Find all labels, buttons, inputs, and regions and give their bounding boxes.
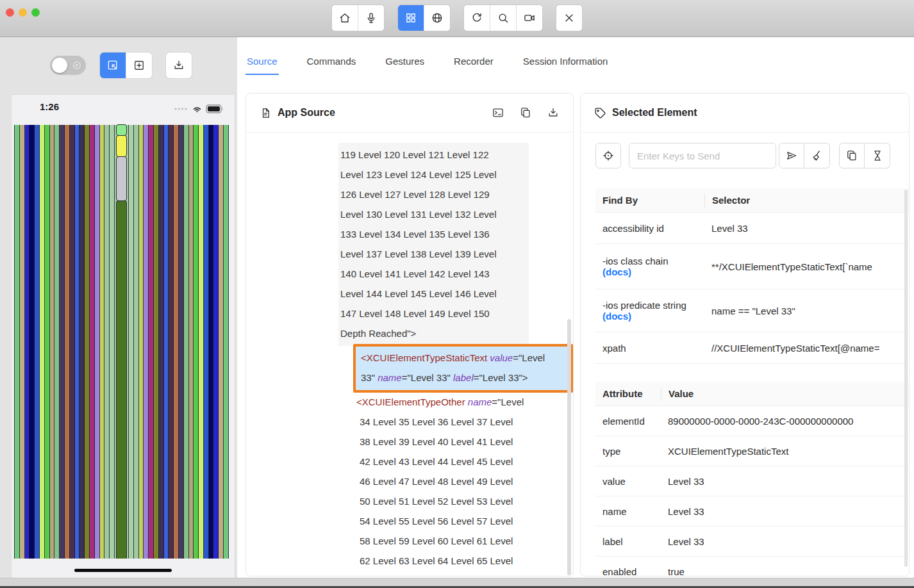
clear-element-button[interactable] (804, 143, 830, 168)
find-by-row: accessibility idLevel 33 (595, 213, 909, 244)
source-parent-node-text[interactable]: 119 Level 120 Level 121 Level 122Level 1… (338, 143, 529, 346)
center-tunnel (115, 125, 129, 559)
level-stripe (29, 125, 35, 559)
attribute-value: 89000000-0000-0000-243C-000000000000 (661, 416, 909, 427)
search-button[interactable] (490, 5, 517, 31)
wifi-icon (192, 103, 203, 114)
source-sibling-node[interactable]: <XCUIElementTypeOther name="Level34 Leve… (356, 392, 524, 571)
terminal-icon[interactable] (492, 106, 504, 119)
app-source-panel: App Source 119 Level 120 Level 121 Level… (245, 93, 574, 576)
microphone-button[interactable] (358, 5, 384, 31)
level-stripe (179, 125, 184, 559)
device-status-icons (174, 103, 224, 114)
wait-for-element-button[interactable] (865, 143, 890, 168)
toolbar-group (398, 5, 450, 31)
selector-column-header: Selector (704, 193, 909, 208)
send-clear-group (779, 143, 830, 168)
refresh-button[interactable] (464, 5, 490, 31)
find-by-strategy: -ios class chain(docs) (595, 256, 704, 277)
level-stripe (50, 125, 55, 559)
device-screenshot[interactable]: 1:26 (12, 95, 235, 578)
attribute-name: type (595, 446, 661, 457)
find-by-table-header: Find By Selector (595, 188, 909, 213)
broom-icon (811, 149, 824, 162)
file-text-icon (260, 107, 272, 119)
home-button[interactable] (332, 5, 358, 31)
source-scrollbar[interactable] (567, 319, 571, 575)
find-by-row: xpath//XCUIElementTypeStaticText[@name= (595, 332, 909, 364)
source-header-actions (492, 106, 560, 119)
attribute-name: enabled (595, 566, 661, 577)
toolbar-group (464, 5, 542, 31)
find-by-table: Find By Selector accessibility idLevel 3… (595, 188, 909, 364)
device-clock: 1:26 (40, 101, 59, 112)
level-stripe (110, 125, 115, 559)
level-stripe (129, 125, 134, 559)
send-keys-input[interactable] (629, 143, 776, 168)
plus-box-icon (133, 59, 145, 72)
tab-source[interactable]: Source (245, 49, 279, 75)
attribute-value: Level 33 (661, 536, 909, 547)
attributes-table-header: Attribute Value (595, 382, 909, 406)
tab-session-information[interactable]: Session Information (522, 49, 610, 75)
send-icon (785, 149, 798, 162)
selector-value: **/XCUIElementTypeStaticText[`name (704, 261, 909, 272)
cellular-dots-icon (174, 107, 188, 111)
quit-session-button[interactable] (556, 5, 582, 31)
level-stripe (90, 125, 95, 559)
locate-element-button[interactable] (595, 143, 621, 168)
level-stripe (79, 125, 85, 559)
download-icon[interactable] (547, 106, 560, 119)
selector-value: Level 33 (704, 223, 909, 234)
tab-recorder[interactable]: Recorder (453, 49, 495, 75)
download-icon (172, 59, 185, 72)
find-by-strategy: xpath (595, 343, 704, 354)
send-keys-button[interactable] (779, 143, 804, 168)
interaction-mode-group (100, 53, 152, 78)
selected-panel-scrollbar[interactable] (904, 190, 908, 567)
copy-icon (845, 149, 858, 162)
inspector-tabs: SourceCommandsGesturesRecorderSession In… (245, 49, 609, 75)
tunnel-segment (116, 156, 127, 201)
record-button[interactable] (517, 5, 542, 31)
level-stripe (54, 125, 60, 559)
coordinates-mode-button[interactable] (126, 53, 152, 78)
level-stripe (169, 125, 174, 559)
level-stripe (70, 125, 75, 559)
x-circle-icon (72, 60, 82, 70)
web-mode-button[interactable] (424, 5, 450, 31)
element-select-mode-button[interactable] (100, 53, 126, 78)
attribute-row: enabledtrue (595, 557, 909, 576)
titlebar (0, 0, 914, 37)
find-by-row: -ios class chain(docs)**/XCUIElementType… (595, 244, 909, 290)
level-stripe (25, 125, 30, 559)
source-selected-node[interactable]: <XCUIElementTypeStaticText value="Level3… (353, 344, 573, 393)
level-stripe (75, 125, 80, 559)
docs-link[interactable]: (docs) (602, 266, 704, 277)
toolbar-group (332, 5, 384, 31)
tab-commands[interactable]: Commands (306, 49, 358, 75)
level-stripe (144, 125, 149, 559)
app-source-title: App Source (278, 107, 335, 118)
attribute-column-header: Attribute (595, 388, 661, 399)
hourglass-icon (871, 149, 884, 162)
level-stripe (35, 125, 40, 559)
titlebar-button-groups (0, 5, 914, 31)
attribute-name: label (595, 536, 661, 547)
copy-icon[interactable] (519, 106, 532, 119)
level-stripe (209, 125, 214, 559)
screenshot-interaction-toggle[interactable] (50, 56, 86, 75)
docs-link[interactable]: (docs) (602, 311, 704, 322)
app-source-header: App Source (246, 94, 573, 133)
toolbar-group (556, 5, 582, 31)
level-stripe (174, 125, 179, 559)
level-stripe (154, 125, 159, 559)
level-stripe (45, 125, 50, 559)
cursor-select-icon (106, 59, 119, 72)
attribute-row: nameLevel 33 (595, 496, 909, 527)
inspector-mode-button[interactable] (398, 5, 424, 31)
download-screenshot-button[interactable] (166, 53, 192, 78)
copy-attributes-button[interactable] (839, 143, 865, 168)
tab-gestures[interactable]: Gestures (384, 49, 426, 75)
attribute-name: value (595, 476, 661, 487)
